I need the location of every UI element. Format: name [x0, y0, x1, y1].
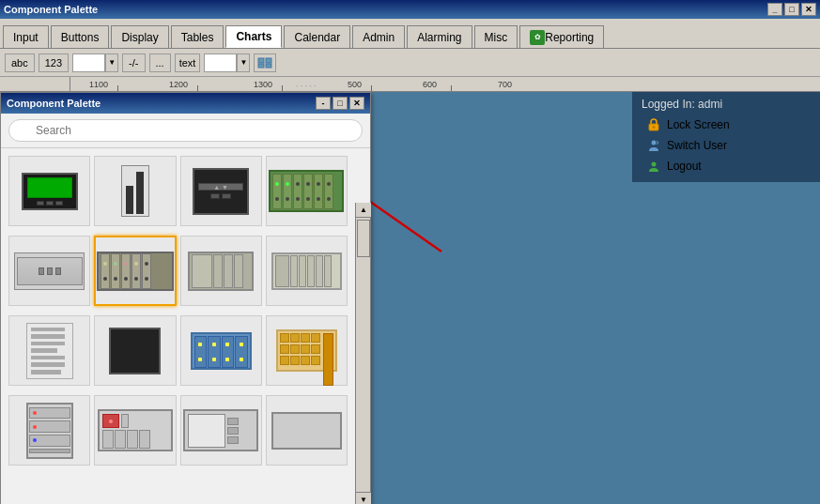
switch-user-icon: [646, 138, 661, 153]
title-bar-text: Component Palette: [4, 4, 767, 15]
svg-point-7: [652, 141, 657, 145]
gray-plc-icon: [188, 252, 254, 291]
palette-title-text: Component Palette: [7, 98, 316, 109]
ruler-mark-1300: 1300: [254, 80, 272, 89]
ruler-marks: 1100 1200 1300 500 600 700 ·····: [70, 77, 820, 91]
comp-item-siemens-rail[interactable]: [8, 395, 90, 466]
toolbar-dash-slash[interactable]: -/-: [122, 53, 145, 72]
palette-minimize-btn[interactable]: -: [316, 97, 331, 110]
dark-display-icon: ▲ ▼: [193, 168, 249, 215]
palette-close-btn[interactable]: ✕: [349, 97, 364, 110]
ruler-mark-500: 500: [348, 80, 362, 89]
toolbar-123[interactable]: 123: [39, 53, 69, 72]
tab-calendar[interactable]: Calendar: [284, 25, 350, 48]
toolbar-custom-icon[interactable]: [254, 53, 276, 72]
tab-reporting[interactable]: ✿ Reporting: [519, 25, 604, 48]
comp-item-selected-plc[interactable]: [94, 236, 176, 306]
toolbar-abc[interactable]: abc: [5, 53, 35, 72]
search-bar: [1, 114, 370, 148]
panel-small-icon: [271, 252, 342, 290]
tab-display[interactable]: Display: [111, 25, 168, 48]
comp-item-bar-chart[interactable]: [94, 156, 176, 226]
tab-tables[interactable]: Tables: [171, 25, 224, 48]
panel-display-icon: [183, 409, 258, 451]
comp-item-panel-small[interactable]: [266, 236, 348, 306]
maximize-button[interactable]: □: [784, 3, 799, 16]
comp-item-blue-modules[interactable]: [180, 315, 262, 386]
lock-icon: [646, 117, 661, 132]
plc-rack-green-icon: [269, 170, 344, 212]
component-grid: ▲ ▼: [1, 148, 355, 479]
tab-buttons[interactable]: Buttons: [51, 25, 110, 48]
toolbar-dots[interactable]: ...: [149, 53, 171, 72]
ruler-mark-1100: 1100: [89, 80, 108, 89]
toolbar-combo-arrow[interactable]: ▼: [105, 53, 118, 72]
close-button[interactable]: ✕: [801, 3, 816, 16]
tab-misc[interactable]: Misc: [474, 25, 518, 48]
logged-in-label: Logged In: admi: [642, 98, 811, 111]
toolbar-combo[interactable]: [72, 53, 105, 72]
network-device-icon: [14, 252, 85, 290]
blue-modules-icon: [191, 332, 252, 370]
grid-icon: [256, 56, 273, 69]
svg-rect-3: [258, 64, 264, 68]
svg-rect-2: [266, 58, 271, 63]
black-box-icon: [109, 328, 161, 374]
user-panel: Logged In: admi Lock Screen: [632, 92, 820, 182]
siemens-rail-icon: [26, 403, 73, 459]
tab-charts[interactable]: Charts: [225, 25, 282, 48]
comp-item-network-device[interactable]: [8, 236, 90, 306]
toolbar-text-combo-arrow[interactable]: ▼: [237, 53, 250, 72]
comp-item-dark-display[interactable]: ▲ ▼: [180, 156, 262, 226]
palette-title-bar: Component Palette - □ ✕: [1, 93, 370, 114]
title-bar: Component Palette _ □ ✕: [0, 0, 820, 19]
ruler-mark-1200: 1200: [169, 80, 188, 89]
palette-maximize-btn[interactable]: □: [333, 97, 348, 110]
palette-scrollbar: ▲ ▼: [355, 203, 370, 504]
tab-input[interactable]: Input: [3, 25, 49, 48]
app-window: Component Palette _ □ ✕ Input Buttons Di…: [0, 0, 820, 504]
ruler-mark-700: 700: [498, 80, 512, 89]
minimize-button[interactable]: _: [767, 3, 782, 16]
search-wrapper: [8, 119, 363, 142]
switch-user-item[interactable]: Switch User: [642, 135, 811, 156]
svg-rect-1: [258, 58, 264, 63]
scroll-up-button[interactable]: ▲: [356, 203, 371, 218]
selected-plc-icon: [97, 252, 174, 291]
report-icon: ✿: [530, 30, 545, 45]
tab-admin[interactable]: Admin: [352, 25, 405, 48]
comp-item-terminal-block[interactable]: [266, 315, 348, 386]
comp-item-document[interactable]: [8, 315, 90, 386]
toolbar-text[interactable]: text: [175, 53, 201, 72]
logout-icon: [646, 159, 661, 174]
document-icon: [26, 323, 73, 379]
component-area: ▲ ▼: [1, 148, 370, 504]
tab-alarming[interactable]: Alarming: [407, 25, 472, 48]
logout-label: Logout: [667, 160, 702, 173]
comp-item-black-box[interactable]: [94, 315, 176, 386]
toolbar-text-combo[interactable]: [204, 53, 237, 72]
scroll-track[interactable]: [356, 218, 370, 492]
tab-bar: Input Buttons Display Tables Charts Cale…: [0, 19, 820, 49]
comp-item-green-display[interactable]: [8, 156, 90, 226]
bar-chart-icon: [121, 165, 149, 217]
comp-item-gray-plc[interactable]: [180, 236, 262, 306]
scroll-thumb[interactable]: [357, 220, 370, 257]
ruler-mark-600: 600: [423, 80, 437, 89]
gray-box-icon: [271, 412, 342, 450]
svg-point-8: [652, 162, 657, 167]
scroll-down-button[interactable]: ▼: [356, 492, 371, 504]
green-display-icon: [22, 173, 78, 210]
comp-item-red-circuit[interactable]: [94, 395, 176, 466]
comp-item-gray-box[interactable]: [266, 395, 348, 466]
title-bar-buttons: _ □ ✕: [767, 3, 816, 16]
logout-item[interactable]: Logout: [642, 156, 811, 176]
comp-item-panel-display[interactable]: [180, 395, 262, 466]
search-input[interactable]: [8, 119, 363, 142]
lock-screen-item[interactable]: Lock Screen: [642, 115, 811, 135]
palette-window: Component Palette - □ ✕: [0, 92, 371, 504]
svg-rect-6: [653, 126, 656, 129]
horizontal-ruler: 1100 1200 1300 500 600 700 ·····: [0, 77, 820, 92]
terminal-block-icon: [276, 329, 337, 372]
comp-item-plc-rack-green[interactable]: [266, 156, 348, 226]
